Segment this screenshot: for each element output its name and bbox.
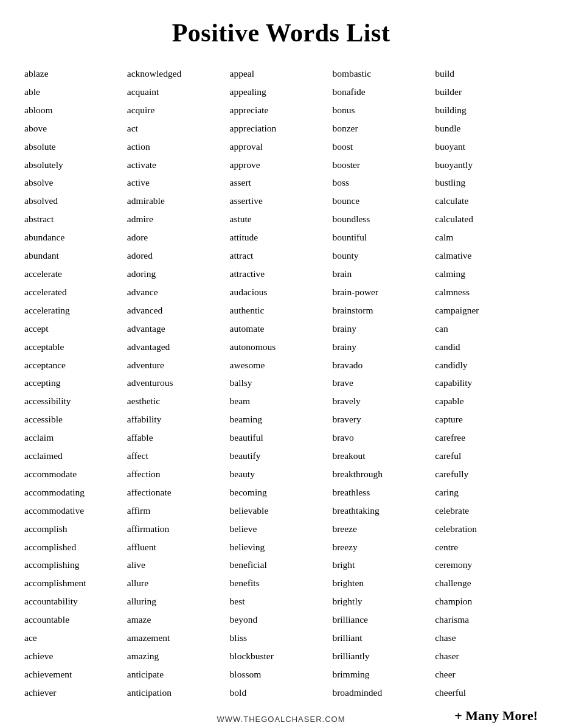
word-item: abstract [24, 210, 127, 228]
word-item: ace [24, 629, 127, 647]
word-item: approve [230, 156, 333, 174]
word-item: active [127, 173, 230, 192]
word-item: automate [230, 320, 333, 338]
word-item: beautify [230, 447, 333, 465]
word-item: action [127, 138, 230, 156]
word-item: acquire [127, 101, 230, 119]
word-item: candidly [435, 356, 538, 374]
word-item: accelerate [24, 265, 127, 283]
word-item: affluent [127, 538, 230, 556]
word-item: absolutely [24, 156, 127, 174]
word-item: achiever [24, 684, 127, 702]
word-item: affirm [127, 502, 230, 520]
word-item: bonus [332, 101, 435, 119]
word-item: bravado [332, 356, 435, 374]
word-item: breakthrough [332, 465, 435, 483]
word-item: accelerated [24, 283, 127, 301]
word-item: brain [332, 265, 435, 283]
word-item: above [24, 119, 127, 138]
word-column-2: appealappealingappreciateappreciationapp… [230, 65, 333, 702]
word-item: acquaint [127, 83, 230, 101]
word-item: blossom [230, 665, 333, 684]
word-item: admire [127, 210, 230, 228]
word-item: absolve [24, 173, 127, 192]
word-item: bravery [332, 410, 435, 429]
word-item: adventurous [127, 374, 230, 392]
word-item: broadminded [332, 684, 435, 702]
word-item: brave [332, 374, 435, 392]
word-item: bravo [332, 429, 435, 447]
word-item: accomplishing [24, 556, 127, 574]
word-item: adore [127, 228, 230, 247]
word-item: benefits [230, 574, 333, 592]
word-item: abloom [24, 101, 127, 119]
word-item: best [230, 592, 333, 611]
word-item: brainy [332, 338, 435, 356]
word-item: centre [435, 538, 538, 556]
word-item: capability [435, 374, 538, 392]
word-item: accessible [24, 410, 127, 429]
word-item: affable [127, 429, 230, 447]
word-item: builder [435, 83, 538, 101]
word-item: admirable [127, 192, 230, 210]
word-item: accessibility [24, 392, 127, 410]
word-item: boss [332, 173, 435, 192]
word-item: building [435, 101, 538, 119]
word-item: achievement [24, 665, 127, 684]
word-item: act [127, 119, 230, 138]
word-item: achieve [24, 647, 127, 665]
word-item: able [24, 83, 127, 101]
word-item: accommodating [24, 483, 127, 502]
word-item: ballsy [230, 374, 333, 392]
page-title: Positive Words List [24, 18, 538, 47]
word-item: accomplishment [24, 574, 127, 592]
more-label: + Many More! [367, 708, 538, 724]
word-item: boost [332, 138, 435, 156]
word-item: aesthetic [127, 392, 230, 410]
word-item: accountability [24, 592, 127, 611]
word-item: buoyant [435, 138, 538, 156]
word-item: absolute [24, 138, 127, 156]
word-item: accountable [24, 611, 127, 629]
word-item: cheer [435, 665, 538, 684]
word-item: bustling [435, 173, 538, 192]
word-item: absolved [24, 192, 127, 210]
word-item: beautiful [230, 429, 333, 447]
word-item: assertive [230, 192, 333, 210]
word-item: brilliance [332, 611, 435, 629]
word-item: careful [435, 447, 538, 465]
word-item: autonomous [230, 338, 333, 356]
word-item: authentic [230, 301, 333, 320]
word-item: appealing [230, 83, 333, 101]
word-item: accelerating [24, 301, 127, 320]
word-item: adventure [127, 356, 230, 374]
word-item: breathtaking [332, 502, 435, 520]
word-item: bundle [435, 119, 538, 138]
word-item: capture [435, 410, 538, 429]
word-item: bountiful [332, 228, 435, 247]
word-item: advantage [127, 320, 230, 338]
word-item: beyond [230, 611, 333, 629]
word-item: allure [127, 574, 230, 592]
word-item: amazement [127, 629, 230, 647]
word-item: blockbuster [230, 647, 333, 665]
word-item: acknowledged [127, 65, 230, 83]
word-item: advance [127, 283, 230, 301]
word-item: accepting [24, 374, 127, 392]
word-item: bliss [230, 629, 333, 647]
word-item: amazing [127, 647, 230, 665]
word-item: astute [230, 210, 333, 228]
word-item: breezy [332, 538, 435, 556]
word-item: buoyantly [435, 156, 538, 174]
word-item: can [435, 320, 538, 338]
word-item: brightly [332, 592, 435, 611]
word-item: chase [435, 629, 538, 647]
word-item: build [435, 65, 538, 83]
word-item: bounty [332, 247, 435, 265]
word-item: acceptance [24, 356, 127, 374]
word-item: attitude [230, 228, 333, 247]
word-item: appreciation [230, 119, 333, 138]
word-item: believable [230, 502, 333, 520]
word-item: appreciate [230, 101, 333, 119]
word-column-1: acknowledgedacquaintacquireactactionacti… [127, 65, 230, 702]
